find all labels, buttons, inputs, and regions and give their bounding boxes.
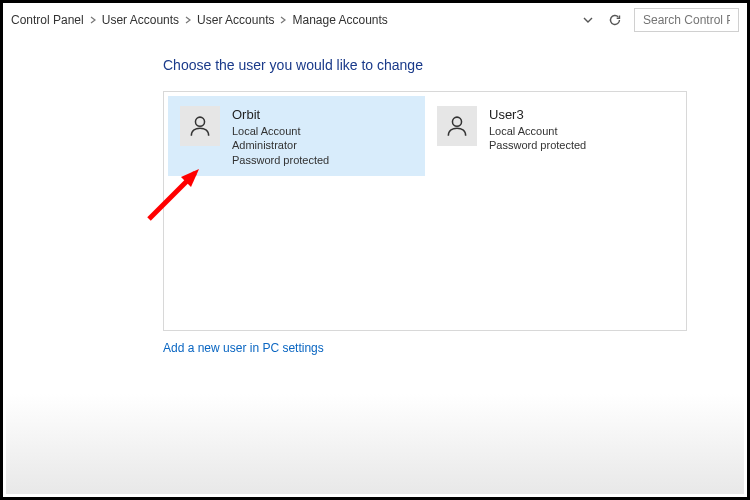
chevron-right-icon	[280, 16, 286, 24]
breadcrumb-item-user-accounts-1[interactable]: User Accounts	[102, 13, 179, 27]
account-info: Orbit Local Account Administrator Passwo…	[232, 106, 329, 168]
breadcrumb: Control Panel User Accounts User Account…	[11, 13, 572, 27]
user-icon	[180, 106, 220, 146]
svg-point-0	[195, 117, 204, 126]
account-name: Orbit	[232, 106, 329, 124]
breadcrumb-item-manage-accounts[interactable]: Manage Accounts	[292, 13, 387, 27]
user-icon	[437, 106, 477, 146]
account-tile-orbit[interactable]: Orbit Local Account Administrator Passwo…	[168, 96, 425, 176]
accounts-container: Orbit Local Account Administrator Passwo…	[163, 91, 687, 331]
chevron-down-icon[interactable]	[582, 16, 594, 24]
search-input[interactable]	[634, 8, 739, 32]
nav-controls	[582, 13, 622, 27]
breadcrumb-item-user-accounts-2[interactable]: User Accounts	[197, 13, 274, 27]
account-type: Local Account	[232, 124, 329, 139]
chevron-right-icon	[90, 16, 96, 24]
svg-point-1	[452, 117, 461, 126]
add-user-link[interactable]: Add a new user in PC settings	[163, 341, 687, 355]
page-title: Choose the user you would like to change	[163, 57, 687, 73]
account-tile-user3[interactable]: User3 Local Account Password protected	[425, 96, 682, 176]
account-role: Administrator	[232, 138, 329, 153]
top-bar: Control Panel User Accounts User Account…	[3, 3, 747, 37]
main-content: Choose the user you would like to change…	[3, 37, 747, 365]
account-info: User3 Local Account Password protected	[489, 106, 586, 153]
refresh-icon[interactable]	[608, 13, 622, 27]
chevron-right-icon	[185, 16, 191, 24]
account-protection: Password protected	[489, 138, 586, 153]
account-protection: Password protected	[232, 153, 329, 168]
account-name: User3	[489, 106, 586, 124]
bottom-fade	[6, 394, 744, 494]
account-type: Local Account	[489, 124, 586, 139]
breadcrumb-item-control-panel[interactable]: Control Panel	[11, 13, 84, 27]
